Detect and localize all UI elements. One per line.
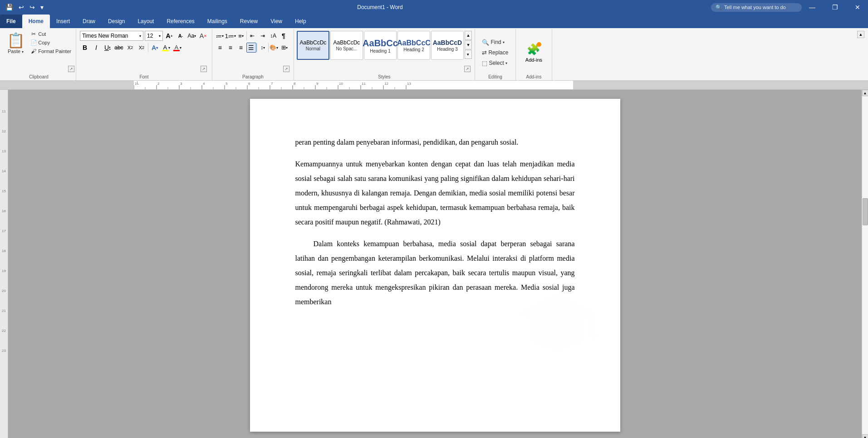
font-row2: B I U▾ abc X2 X2 A▾ A ▾: [80, 43, 208, 53]
style-heading1[interactable]: AaBbCc Heading 1: [364, 31, 397, 60]
tab-layout[interactable]: Layout: [131, 15, 160, 28]
align-right-button[interactable]: ≡: [236, 43, 246, 53]
font-size-dropdown[interactable]: 12 ▾: [145, 31, 163, 41]
strikethrough-button[interactable]: abc: [114, 43, 124, 53]
superscript-button[interactable]: X2: [137, 43, 147, 53]
tell-me-box[interactable]: 🔍 Tell me what you want to do: [711, 3, 802, 12]
format-painter-button[interactable]: 🖌 Format Painter: [29, 47, 73, 55]
style-h1-preview: AaBbCc: [363, 38, 398, 49]
styles-group-label: Styles ↗: [297, 74, 472, 80]
tab-view[interactable]: View: [264, 15, 289, 28]
undo-button[interactable]: ↩: [17, 3, 26, 12]
subscript-button[interactable]: X2: [125, 43, 135, 53]
borders-button[interactable]: ⊞▾: [280, 43, 289, 53]
decrease-indent-button[interactable]: ⇤: [247, 31, 257, 41]
paste-label: Paste ▾: [8, 49, 24, 54]
scroll-up-button[interactable]: ▲: [862, 90, 868, 96]
paste-dropdown-arrow[interactable]: ▾: [22, 50, 24, 54]
style-heading3[interactable]: AaBbCcD Heading 3: [431, 31, 464, 60]
increase-indent-button[interactable]: ⇥: [258, 31, 268, 41]
style-heading2[interactable]: AaBbCcC Heading 2: [397, 31, 430, 60]
quick-access-toolbar: 💾 ↩ ↪ ▾: [0, 3, 49, 12]
align-center-button[interactable]: ≡: [226, 43, 235, 53]
find-button[interactable]: 🔍 Find ▾: [480, 38, 510, 47]
paragraph-expand-button[interactable]: ↗: [283, 66, 289, 72]
justify-button[interactable]: ☰: [246, 43, 256, 53]
bullets-button[interactable]: ≔▾: [215, 31, 225, 41]
change-case-button[interactable]: Aa▾: [187, 31, 197, 41]
font-color-button[interactable]: A ▾: [172, 43, 182, 53]
font-expand-button[interactable]: ↗: [201, 66, 207, 72]
redo-button[interactable]: ↪: [28, 3, 37, 12]
font-group: Times New Roman ▾ 12 ▾ A+ A- Aa▾ A✕ B I …: [76, 29, 212, 80]
vertical-scrollbar[interactable]: ▲ ▼: [862, 90, 868, 438]
tab-draw[interactable]: Draw: [76, 15, 102, 28]
tab-help[interactable]: Help: [289, 15, 313, 28]
tab-home[interactable]: Home: [22, 15, 50, 28]
copy-button[interactable]: 📄 Copy: [29, 39, 73, 47]
add-ins-button[interactable]: 🧩 Add-ins: [522, 41, 546, 64]
style-normal[interactable]: AaBbCcDc Normal: [297, 31, 329, 60]
grow-font-button[interactable]: A+: [164, 31, 174, 41]
replace-button[interactable]: ⇄ Replace: [480, 48, 510, 58]
tab-review[interactable]: Review: [234, 15, 264, 28]
svg-text:3: 3: [180, 82, 182, 86]
document-scroll-area[interactable]: peran penting dalam penyebaran informasi…: [8, 90, 862, 438]
copy-icon: 📄: [30, 39, 37, 46]
cut-button[interactable]: ✂ Cut: [29, 30, 73, 38]
text-effect-button[interactable]: A▾: [150, 43, 160, 53]
customize-qa-button[interactable]: ▾: [39, 3, 45, 12]
sort-button[interactable]: ↕A: [268, 31, 278, 41]
scroll-track[interactable]: [863, 97, 868, 433]
addins-group: 🧩 Add-ins Add-ins: [516, 29, 552, 80]
svg-marker-39: [530, 315, 584, 351]
tab-file[interactable]: File: [0, 15, 22, 28]
highlight-color-button[interactable]: A ▾: [161, 43, 171, 53]
show-paragraph-button[interactable]: ¶: [279, 31, 289, 41]
collapse-ribbon-button[interactable]: ▲: [855, 29, 866, 80]
tab-insert[interactable]: Insert: [50, 15, 76, 28]
style-no-spacing[interactable]: AaBbCcDc No Spac...: [330, 31, 363, 60]
style-heading2-label: Heading 2: [403, 47, 424, 52]
select-button[interactable]: ⬚ Select ▾: [480, 58, 510, 68]
bold-button[interactable]: B: [80, 43, 90, 53]
tab-references[interactable]: References: [160, 15, 201, 28]
styles-scroll-down[interactable]: ▼: [465, 40, 472, 49]
select-arrow: ▾: [505, 61, 507, 65]
scroll-thumb[interactable]: [863, 198, 868, 225]
shrink-font-button[interactable]: A-: [176, 31, 186, 41]
shading-button[interactable]: 🎨 ▾: [269, 43, 279, 53]
ruler-active-area: 1 2 3 4 5 6 7 8 9 10 11: [134, 81, 573, 89]
scroll-down-button[interactable]: ▼: [862, 434, 868, 438]
tab-mailings[interactable]: Mailings: [201, 15, 234, 28]
document-page[interactable]: peran penting dalam penyebaran informasi…: [250, 99, 620, 432]
font-name-dropdown[interactable]: Times New Roman ▾: [80, 31, 143, 41]
styles-scroll-up[interactable]: ▲: [465, 31, 472, 40]
svg-text:7: 7: [271, 82, 273, 86]
italic-button[interactable]: I: [91, 43, 101, 53]
styles-expand-button[interactable]: ↗: [464, 66, 471, 72]
clear-formatting-button[interactable]: A✕: [198, 31, 208, 41]
underline-button[interactable]: U▾: [103, 43, 113, 53]
close-button[interactable]: ✕: [847, 0, 868, 14]
ruler-right-margin: [573, 81, 868, 89]
line-spacing-button[interactable]: ↕▾: [258, 43, 268, 53]
align-left-button[interactable]: ≡: [215, 43, 225, 53]
clipboard-group: 📋 Paste ▾ ✂ Cut 📄 Copy 🖌 Format Painter: [2, 29, 76, 80]
restore-button[interactable]: ❐: [824, 0, 845, 14]
cut-icon: ✂: [30, 31, 37, 37]
highlight-color-bar: [162, 50, 168, 51]
svg-text:4: 4: [203, 82, 205, 86]
numbering-button[interactable]: 1≔▾: [226, 31, 235, 41]
save-button[interactable]: 💾: [4, 3, 15, 12]
paste-icon: 📋: [9, 32, 23, 49]
styles-expand[interactable]: ▾: [465, 50, 472, 59]
multilevel-button[interactable]: ≡▾: [236, 31, 246, 41]
highlight-arrow: ▾: [168, 46, 170, 50]
paragraph-1: peran penting dalam penyebaran informasi…: [295, 135, 575, 150]
style-normal-label: Normal: [306, 46, 320, 51]
tab-design[interactable]: Design: [102, 15, 131, 28]
paste-button[interactable]: 📋 Paste ▾: [5, 30, 27, 74]
clipboard-expand-button[interactable]: ↗: [68, 66, 74, 72]
minimize-button[interactable]: —: [802, 0, 823, 14]
